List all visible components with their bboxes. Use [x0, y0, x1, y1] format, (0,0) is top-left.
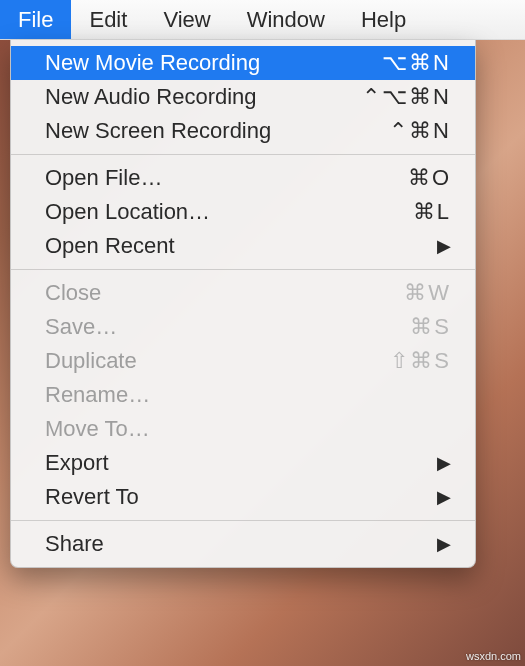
menu-item-shortcut: ⌘W	[341, 280, 451, 306]
menu-item-label: Rename…	[45, 382, 451, 408]
menu-item-label: Open Location…	[45, 199, 341, 225]
submenu-arrow-icon: ▶	[437, 454, 451, 472]
menubar-item-file[interactable]: File	[0, 0, 71, 39]
menu-separator	[11, 154, 475, 155]
menu-item-shortcut: ⌘S	[341, 314, 451, 340]
menu-item-label: Close	[45, 280, 341, 306]
menu-item-label: New Audio Recording	[45, 84, 341, 110]
menu-item-open-location[interactable]: Open Location…⌘L	[11, 195, 475, 229]
menu-item-shortcut: ⌘L	[341, 199, 451, 225]
menubar-item-help[interactable]: Help	[343, 0, 424, 39]
submenu-arrow-icon: ▶	[437, 535, 451, 553]
menu-item-shortcut: ⌃⌥⌘N	[341, 84, 451, 110]
menu-item-label: Save…	[45, 314, 341, 340]
file-menu-dropdown: New Movie Recording⌥⌘NNew Audio Recordin…	[10, 40, 476, 568]
menu-item-shortcut: ⌘O	[341, 165, 451, 191]
menubar: FileEditViewWindowHelp	[0, 0, 525, 40]
menubar-item-label: View	[163, 7, 210, 33]
menubar-item-edit[interactable]: Edit	[71, 0, 145, 39]
watermark: wsxdn.com	[466, 651, 521, 662]
menu-item-duplicate: Duplicate⇧⌘S	[11, 344, 475, 378]
menubar-item-label: Help	[361, 7, 406, 33]
menu-item-open-file[interactable]: Open File…⌘O	[11, 161, 475, 195]
menubar-item-window[interactable]: Window	[229, 0, 343, 39]
menu-item-label: Export	[45, 450, 425, 476]
menu-separator	[11, 520, 475, 521]
menu-item-shortcut: ⌃⌘N	[341, 118, 451, 144]
menu-item-share[interactable]: Share▶	[11, 527, 475, 561]
menu-item-shortcut: ⇧⌘S	[341, 348, 451, 374]
menu-item-new-audio-recording[interactable]: New Audio Recording⌃⌥⌘N	[11, 80, 475, 114]
menubar-item-view[interactable]: View	[145, 0, 228, 39]
menu-item-label: Duplicate	[45, 348, 341, 374]
menu-item-label: Share	[45, 531, 425, 557]
menu-item-export[interactable]: Export▶	[11, 446, 475, 480]
menu-item-move-to: Move To…	[11, 412, 475, 446]
menu-item-revert-to[interactable]: Revert To▶	[11, 480, 475, 514]
menu-item-label: Open File…	[45, 165, 341, 191]
menu-item-close: Close⌘W	[11, 276, 475, 310]
menu-item-new-movie-recording[interactable]: New Movie Recording⌥⌘N	[11, 46, 475, 80]
menu-item-label: New Screen Recording	[45, 118, 341, 144]
menu-item-label: Move To…	[45, 416, 451, 442]
menu-item-label: Open Recent	[45, 233, 425, 259]
menu-item-open-recent[interactable]: Open Recent▶	[11, 229, 475, 263]
menubar-item-label: Window	[247, 7, 325, 33]
menu-item-new-screen-recording[interactable]: New Screen Recording⌃⌘N	[11, 114, 475, 148]
menu-item-shortcut: ⌥⌘N	[341, 50, 451, 76]
submenu-arrow-icon: ▶	[437, 237, 451, 255]
menu-item-label: Revert To	[45, 484, 425, 510]
menu-item-label: New Movie Recording	[45, 50, 341, 76]
menu-item-save: Save…⌘S	[11, 310, 475, 344]
menu-separator	[11, 269, 475, 270]
menubar-item-label: File	[18, 7, 53, 33]
menubar-item-label: Edit	[89, 7, 127, 33]
submenu-arrow-icon: ▶	[437, 488, 451, 506]
menu-item-rename: Rename…	[11, 378, 475, 412]
